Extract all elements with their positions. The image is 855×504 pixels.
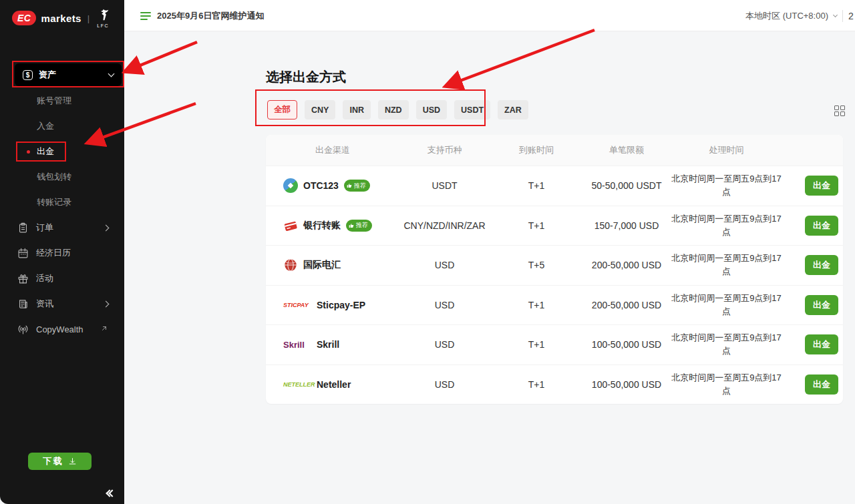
channel-name: 国际电汇	[303, 259, 341, 271]
clipboard-icon	[17, 222, 29, 234]
channel-name: OTC123	[303, 180, 339, 191]
annotation-arrow-filters	[448, 30, 594, 85]
arrival-time: T+1	[490, 339, 583, 350]
thumbs-up-icon	[349, 223, 354, 228]
submenu-label: 钱包划转	[37, 171, 71, 183]
single-limit: 100-50,000 USD	[583, 339, 670, 350]
notice-text: 2025年9月6日官网维护通知	[157, 10, 264, 22]
single-limit: 100-50,000 USD	[583, 379, 670, 390]
brand-logo: EC markets | LFC	[12, 8, 110, 28]
withdraw-button[interactable]: 出金	[805, 255, 838, 275]
logo-divider: |	[88, 13, 90, 23]
col-header-channel: 出金渠道	[266, 144, 399, 156]
sidebar-item-deposit[interactable]: 入金	[0, 113, 124, 139]
chevron-right-icon	[103, 224, 110, 231]
table-row: 银行转账 推荐 CNY/NZD/INR/ZAR T+1 150-7,000 US…	[266, 206, 843, 246]
filter-tab-all[interactable]: 全部	[267, 100, 297, 119]
topbar: 2025年9月6日官网维护通知 本地时区 (UTC+8:00) 2	[124, 0, 855, 31]
col-header-arrival: 到账时间	[490, 144, 583, 156]
filter-tab-usdt[interactable]: USDT	[454, 100, 490, 119]
supported-currency: USD	[399, 379, 490, 390]
withdraw-button[interactable]: 出金	[805, 176, 838, 196]
thumbs-up-icon	[347, 183, 352, 188]
withdraw-button[interactable]: 出金	[805, 295, 838, 315]
sidebar-item-assets[interactable]: $ 资产	[15, 63, 122, 86]
submenu-label: 转账记录	[37, 196, 71, 208]
table-header-row: 出金渠道 支持币种 到账时间 单笔限额 处理时间	[266, 135, 843, 166]
broadcast-icon	[17, 324, 29, 335]
supported-currency: USD	[399, 300, 490, 310]
timezone-selector[interactable]: 本地时区 (UTC+8:00)	[745, 10, 828, 22]
filter-tab-nzd[interactable]: NZD	[378, 100, 409, 119]
sidebar-item-news[interactable]: 资讯	[0, 291, 124, 316]
arrival-time: T+5	[490, 260, 583, 270]
download-button[interactable]: 下载	[28, 453, 92, 470]
submenu-label: 账号管理	[37, 95, 71, 107]
supported-currency: CNY/NZD/INR/ZAR	[399, 220, 490, 231]
markets-logo-text: markets	[41, 13, 81, 24]
sidebar-item-economic-calendar[interactable]: 经济日历	[0, 240, 124, 266]
ec-logo: EC	[12, 11, 36, 25]
page-title: 选择出金方式	[266, 68, 346, 86]
sidebar: EC markets | LFC $ 资产 账号管理 入金 出金 钱包划转 转账…	[0, 0, 124, 504]
col-header-limit: 单笔限额	[583, 144, 670, 156]
submenu-label: 出金	[37, 146, 54, 158]
single-limit: 50-50,000 USDT	[583, 180, 670, 191]
channel-name: Sticpay-EP	[317, 300, 365, 310]
grid-view-icon[interactable]	[834, 105, 845, 116]
globe-icon	[283, 258, 298, 272]
sidebar-item-account-management[interactable]: 账号管理	[0, 88, 124, 113]
single-limit: 200-50,000 USD	[583, 260, 670, 270]
gift-icon	[17, 273, 29, 284]
col-header-processing: 处理时间	[670, 144, 783, 156]
processing-time: 北京时间周一至周五9点到17点	[670, 212, 783, 239]
processing-time: 北京时间周一至周五9点到17点	[670, 331, 783, 358]
filter-tab-inr[interactable]: INR	[343, 100, 371, 119]
download-icon	[68, 457, 77, 466]
chevron-down-icon[interactable]	[833, 12, 838, 17]
single-limit: 200-50,000 USD	[583, 300, 670, 310]
recommend-badge: 推荐	[344, 180, 370, 192]
withdraw-button[interactable]: 出金	[805, 374, 838, 395]
sidebar-menus: 订单 经济日历 活动 资讯 CopyWealth	[0, 215, 124, 342]
maintenance-notice[interactable]: 2025年9月6日官网维护通知	[140, 0, 264, 31]
supported-currency: USDT	[399, 180, 490, 191]
filter-tab-zar[interactable]: ZAR	[498, 100, 528, 119]
menu-label: 资讯	[36, 298, 53, 310]
lfc-label: LFC	[97, 23, 109, 28]
withdraw-button[interactable]: 出金	[805, 334, 838, 354]
assets-submenu: 账号管理 入金 出金 钱包划转 转账记录	[0, 88, 124, 215]
sidebar-item-orders[interactable]: 订单	[0, 215, 124, 240]
processing-time: 北京时间周一至周五9点到17点	[670, 172, 783, 199]
filter-tab-usd[interactable]: USD	[416, 100, 447, 119]
active-dot	[27, 150, 30, 154]
single-limit: 150-7,000 USD	[583, 220, 670, 231]
arrival-time: T+1	[490, 220, 583, 231]
sidebar-item-promotions[interactable]: 活动	[0, 266, 124, 291]
collapse-sidebar-icon[interactable]	[107, 491, 115, 496]
withdrawal-methods-table: 出金渠道 支持币种 到账时间 单笔限额 处理时间 OTC123 推荐 USDT …	[266, 135, 843, 404]
announcement-icon	[140, 12, 151, 20]
withdraw-button[interactable]: 出金	[805, 216, 838, 236]
filter-tab-cny[interactable]: CNY	[305, 100, 335, 119]
sidebar-item-wallet-transfer[interactable]: 钱包划转	[0, 164, 124, 190]
table-row: NETELLER Neteller USD T+1 100-50,000 USD…	[266, 364, 843, 405]
sticpay-logo: STICPAY	[283, 302, 311, 308]
chevron-down-icon	[108, 71, 115, 77]
table-row: STICPAY Sticpay-EP USD T+1 200-50,000 US…	[266, 285, 843, 325]
annotation-arrow-assets	[127, 42, 197, 71]
menu-label: 活动	[36, 272, 53, 284]
neteller-logo: NETELLER	[283, 381, 311, 388]
menu-label: CopyWealth	[36, 324, 83, 334]
calendar-icon	[17, 248, 29, 259]
arrival-time: T+1	[490, 180, 583, 191]
channel-name: Neteller	[317, 379, 351, 390]
dollar-icon: $	[23, 70, 33, 80]
processing-time: 北京时间周一至周五9点到17点	[670, 252, 783, 278]
bank-card-icon	[283, 218, 298, 233]
sidebar-item-transfer-records[interactable]: 转账记录	[0, 190, 124, 215]
topbar-divider	[842, 10, 843, 22]
table-row: 国际电汇 USD T+5 200-50,000 USD 北京时间周一至周五9点到…	[266, 245, 843, 285]
sidebar-item-copywealth[interactable]: CopyWealth	[0, 316, 124, 342]
sidebar-item-withdrawal[interactable]: 出金	[0, 139, 124, 164]
